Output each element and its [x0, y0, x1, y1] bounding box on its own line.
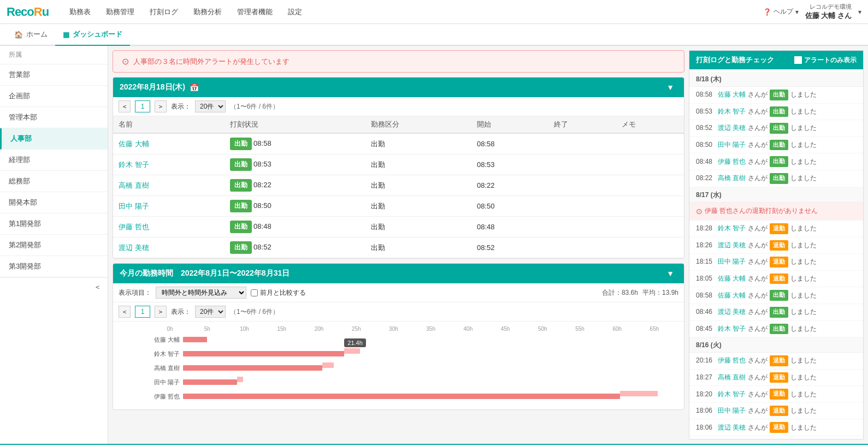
- table-row: 鈴木 智子 出勤 08:53 出勤 08:53: [113, 154, 684, 175]
- log-time: 20:16: [696, 355, 716, 366]
- nav-kintable[interactable]: 勤務表: [62, 1, 98, 23]
- alert-only-checkbox[interactable]: [794, 56, 802, 64]
- breadcrumb-dashboard[interactable]: ▦ ダッシュボード: [55, 24, 130, 46]
- log-name[interactable]: 田中 陽子: [718, 257, 746, 267]
- nav-打刻ログ[interactable]: 打刻ログ: [142, 1, 186, 23]
- log-name[interactable]: 佐藤 大輔: [718, 290, 746, 301]
- page-count-text: （1〜6件 / 6件）: [230, 102, 279, 111]
- start-time: 08:48: [471, 217, 548, 237]
- prev-day-link[interactable]: ＜ 前日へ: [203, 82, 234, 92]
- display-count-select[interactable]: 20件: [195, 100, 226, 112]
- log-name[interactable]: 渡辺 美穂: [718, 307, 746, 317]
- log-name[interactable]: 鈴木 智子: [718, 389, 746, 400]
- employee-name-link[interactable]: 渡辺 美穂: [119, 243, 149, 252]
- wh-prev-page-btn[interactable]: ＜: [119, 306, 131, 318]
- sidebar-item-jinjibu[interactable]: 人事部: [0, 128, 108, 150]
- log-name[interactable]: 渡辺 美穂: [718, 240, 746, 251]
- sidebar-collapse-button[interactable]: ＜: [0, 277, 108, 296]
- user-name: 佐藤 大輔 さん: [805, 11, 852, 21]
- log-content: 8/18 (木) 08:58 佐藤 大輔 さんが 出勤 しました 08:53 鈴…: [689, 69, 863, 439]
- breadcrumb-home[interactable]: 🏠 ホーム: [7, 24, 55, 45]
- log-item: 08:52 渡辺 美穂 さんが 出勤 しました: [689, 120, 863, 137]
- collapse-workhours-btn[interactable]: ▼: [663, 268, 677, 279]
- log-time: 18:28: [696, 223, 716, 234]
- log-name[interactable]: 鈴木 智子: [718, 324, 746, 334]
- header: RecoRu 勤務表 勤務管理 打刻ログ 勤務分析 管理者機能 設定 ❓ ヘルプ…: [0, 0, 868, 24]
- nav-kinmubunseki[interactable]: 勤務分析: [186, 1, 229, 23]
- log-name[interactable]: 鈴木 智子: [718, 223, 746, 234]
- log-time: 18:06: [696, 406, 716, 416]
- log-time: 08:45: [696, 324, 716, 334]
- nav-settings[interactable]: 設定: [280, 1, 310, 23]
- log-particle: さんが: [748, 140, 767, 150]
- next-page-btn[interactable]: ＞: [155, 100, 167, 112]
- log-date: 8/16 (火): [689, 337, 863, 353]
- user-dropdown-icon[interactable]: ▾: [858, 8, 861, 16]
- sidebar-item-eigyobu[interactable]: 営業部: [0, 64, 108, 86]
- compare-checkbox[interactable]: [251, 289, 258, 296]
- log-action-badge: 出勤: [770, 290, 788, 301]
- punch-log-title: 打刻ログと勤務チェック: [696, 55, 774, 65]
- sidebar-item-kanribu[interactable]: 管理本部: [0, 107, 108, 128]
- nav-kinmukanri[interactable]: 勤務管理: [98, 1, 142, 23]
- wh-next-page-btn[interactable]: ＞: [155, 306, 167, 318]
- wh-display-count-select[interactable]: 20件: [195, 306, 226, 318]
- wh-display-label: 表示：: [171, 307, 191, 317]
- sidebar-item-kaihatsubu[interactable]: 開発本部: [0, 192, 108, 213]
- work-hours-panel: 今月の勤務時間 2022年8月1日〜2022年8月31日 ▼ 表示項目： 時間外…: [113, 263, 684, 410]
- sidebar-item-2kaihatsu[interactable]: 第2開発部: [0, 235, 108, 256]
- log-action-badge: 出勤: [770, 156, 788, 167]
- prev-page-btn[interactable]: ＜: [119, 100, 131, 112]
- log-time: 18:15: [696, 257, 716, 267]
- employee-name-link[interactable]: 佐藤 大輔: [119, 140, 149, 148]
- log-time: 08:50: [696, 140, 716, 150]
- memo: [616, 133, 684, 154]
- start-time: 08:50: [471, 196, 548, 217]
- sidebar-item-1kaihatsu[interactable]: 第1開発部: [0, 213, 108, 235]
- employee-name-link[interactable]: 田中 陽子: [119, 202, 149, 210]
- help-button[interactable]: ❓ ヘルプ ▾: [763, 7, 799, 16]
- log-name[interactable]: 高橋 直樹: [718, 372, 746, 383]
- collapse-attendance-btn[interactable]: ▼: [663, 82, 677, 93]
- log-name[interactable]: 田中 陽子: [718, 140, 746, 150]
- end-time: [548, 175, 616, 196]
- log-name[interactable]: 佐藤 大輔: [718, 273, 746, 284]
- chart-filter-select[interactable]: 時間外と時間外見込み: [156, 287, 246, 299]
- alert-only-checkbox-label[interactable]: アラートのみ表示: [794, 56, 857, 65]
- log-name[interactable]: 佐藤 大輔: [718, 90, 746, 100]
- log-text: しました: [790, 355, 817, 366]
- sidebar-item-3kaihatsu[interactable]: 第3開発部: [0, 256, 108, 277]
- employee-name-link[interactable]: 高橋 直樹: [119, 181, 149, 189]
- employee-name-link[interactable]: 鈴木 智子: [119, 160, 149, 169]
- attendance-panel-header: 2022年8月18日(木) 📅 ＜ 前日へ 翌日へ ＞ ▼: [113, 78, 684, 97]
- log-name[interactable]: 渡辺 美穂: [718, 123, 746, 133]
- log-particle: さんが: [748, 257, 767, 267]
- work-type: 出勤: [365, 175, 471, 196]
- sidebar-item-kikakubu[interactable]: 企画部: [0, 86, 108, 107]
- log-name[interactable]: 伊藤 哲也: [718, 157, 746, 167]
- log-action-badge: 出勤: [770, 90, 788, 100]
- log-name[interactable]: 高橋 直樹: [718, 173, 746, 183]
- log-name[interactable]: 伊藤 哲也: [718, 355, 746, 366]
- log-text: しました: [790, 324, 817, 334]
- work-type: 出勤: [365, 217, 471, 237]
- sidebar-item-somubu[interactable]: 総務部: [0, 171, 108, 192]
- help-label: ヘルプ: [773, 7, 793, 16]
- chart-row-label: 伊藤 哲也: [151, 393, 183, 401]
- chart-bar-overlay: [344, 348, 360, 354]
- table-controls-attendance: ＜ 1 ＞ 表示： 20件 （1〜6件 / 6件）: [113, 97, 684, 116]
- employee-name-link[interactable]: 伊藤 哲也: [119, 223, 149, 231]
- log-text: しました: [790, 223, 817, 234]
- nav-kanrisha[interactable]: 管理者機能: [229, 1, 280, 23]
- log-item: 08:53 鈴木 智子 さんが 出勤 しました: [689, 104, 863, 121]
- log-particle: さんが: [748, 123, 767, 133]
- sidebar-item-keiribu[interactable]: 経理部: [0, 150, 108, 171]
- next-day-link[interactable]: 翌日へ ＞: [238, 82, 268, 92]
- log-name[interactable]: 渡辺 美穂: [718, 423, 746, 433]
- log-name[interactable]: 鈴木 智子: [718, 106, 746, 117]
- log-name[interactable]: 田中 陽子: [718, 406, 746, 416]
- log-time: 18:20: [696, 389, 716, 400]
- calendar-icon[interactable]: 📅: [190, 83, 199, 92]
- nav-menu: 勤務表 勤務管理 打刻ログ 勤務分析 管理者機能 設定: [62, 1, 310, 23]
- company-name: レコルデモ環境: [810, 3, 852, 11]
